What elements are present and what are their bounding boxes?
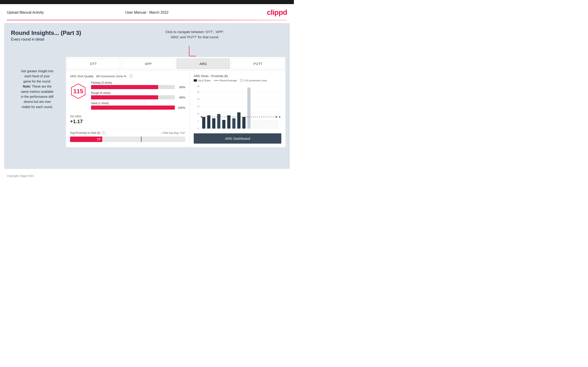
main-panel: OTT APP ARG PUTT ARG Shot Quality 6ft Co… <box>66 57 286 148</box>
sg-section: SG ARG +1.17 <box>70 115 185 125</box>
legend-box-dark <box>194 79 197 82</box>
svg-text:0: 0 <box>198 127 199 129</box>
page-subtitle: Every round in detail <box>11 37 283 42</box>
bar-4 <box>217 114 220 129</box>
hatched-zone <box>251 120 278 129</box>
svg-text:10: 10 <box>197 113 199 115</box>
legend-round-avg-label: Round Average <box>220 79 237 82</box>
hex-value: 115 <box>70 83 86 99</box>
avg-diamond-right <box>275 116 277 118</box>
legend-up-down-label: Up & Down <box>198 79 211 82</box>
rough-bar-fill <box>91 95 158 99</box>
pga-avg-label: ↑ PGA Tour Avg: 7'10" <box>161 132 185 134</box>
bar-7 <box>232 118 235 129</box>
sand-label: Sand (1 shots) <box>91 102 185 105</box>
footer: Copyright Clippd 2021 <box>0 172 294 180</box>
top-bar <box>0 0 294 4</box>
avg-diamond-left <box>200 116 202 118</box>
sg-label: SG ARG <box>70 115 185 118</box>
proximity-section: Avg Proximity to Hole (ft) ? ↑ PGA Tour … <box>70 128 185 142</box>
svg-text:8: 8 <box>279 116 280 118</box>
shot-bars: Fairway (5 shots) 80% Rough (5 shots) <box>91 81 185 112</box>
left-description: Get greater insight into each facet of y… <box>11 69 63 109</box>
bar-9 <box>242 117 245 129</box>
note-label: Note: <box>23 84 31 88</box>
tab-putt[interactable]: PUTT <box>232 58 285 69</box>
tab-row: OTT APP ARG PUTT <box>66 57 285 71</box>
shot-quality-label: ARG Shot Quality <box>70 75 94 78</box>
bar-3 <box>212 118 215 129</box>
proximity-help-icon[interactable]: ? <box>102 131 105 135</box>
proximity-header: Avg Proximity to Hole (ft) ? ↑ PGA Tour … <box>70 131 185 135</box>
rough-bar-track <box>91 95 175 99</box>
svg-text:25: 25 <box>197 91 199 93</box>
chart-svg: 0 5 10 15 20 25 30 <box>194 84 281 130</box>
sand-bar-track <box>91 106 175 110</box>
header: Upload Manual Activity User Manual - Mar… <box>0 4 294 20</box>
legend-dashed-line <box>214 80 219 81</box>
bar-8 <box>237 112 241 129</box>
tab-app[interactable]: APP <box>122 58 175 69</box>
shot-row-rough: Rough (5 shots) 80% <box>91 92 185 99</box>
sg-value: +1.17 <box>70 118 185 125</box>
legend-conversion-label: 6 ft conversion zone <box>244 79 267 82</box>
bar-10 <box>247 88 251 129</box>
page-breadcrumb: User Manual - March 2022 <box>125 10 168 15</box>
fairway-bar-fill <box>91 85 158 89</box>
fairway-bar-track <box>91 85 175 89</box>
proximity-bar-fill: 77' <box>70 137 102 142</box>
svg-text:20: 20 <box>197 98 199 100</box>
header-divider <box>7 20 287 20</box>
rough-pct: 80% <box>177 96 185 99</box>
bar-5 <box>222 120 225 129</box>
arg-dashboard-button[interactable]: ARG Dashboard <box>194 133 281 144</box>
svg-text:15: 15 <box>197 105 199 108</box>
svg-text:5: 5 <box>198 120 199 122</box>
left-panel: ARG Shot Quality 6ft Conversion Zone % ?… <box>66 71 190 147</box>
sand-bar-fill <box>91 106 175 110</box>
help-icon[interactable]: ? <box>129 74 133 78</box>
panel-body: ARG Shot Quality 6ft Conversion Zone % ?… <box>66 71 285 147</box>
clippd-logo: clippd <box>267 8 287 17</box>
upload-manual-link[interactable]: Upload Manual Activity <box>7 10 44 15</box>
page-title: Round Insights... (Part 3) <box>11 29 283 36</box>
fairway-pct: 80% <box>177 85 185 89</box>
hex-container: 115 Fairway (5 shots) 80% <box>70 81 185 112</box>
tab-arg[interactable]: ARG <box>177 58 230 69</box>
rough-label: Rough (5 shots) <box>91 92 185 95</box>
right-panel: ARG Shots - Proximity (ft) Up & Down Rou… <box>190 71 285 147</box>
svg-text:30: 30 <box>197 85 199 87</box>
legend-hatched-box <box>240 79 243 82</box>
fairway-label: Fairway (5 shots) <box>91 81 185 84</box>
bar-1 <box>202 117 205 129</box>
tab-ott[interactable]: OTT <box>67 58 120 69</box>
bar-2 <box>207 115 210 129</box>
chart-header: ARG Shots - Proximity (ft) Up & Down Rou… <box>194 74 281 82</box>
hexagon-score: 115 <box>70 83 86 99</box>
shot-quality-header: ARG Shot Quality 6ft Conversion Zone % ? <box>70 74 185 78</box>
bar-chart: 0 5 10 15 20 25 30 <box>194 84 281 131</box>
legend-round-avg: Round Average <box>214 79 237 82</box>
sand-pct: 100% <box>177 106 185 109</box>
copyright-text: Copyright Clippd 2021 <box>7 174 34 178</box>
main-content: Round Insights... (Part 3) Every round i… <box>4 23 290 169</box>
bar-6 <box>227 115 230 129</box>
proximity-bar-track: 77' <box>70 137 185 142</box>
chart-title: ARG Shots - Proximity (ft) <box>194 74 228 78</box>
proximity-cursor <box>141 137 141 142</box>
nav-hint: Click to navigate between 'OTT', 'APP', … <box>165 29 224 40</box>
legend-up-down: Up & Down <box>194 79 211 82</box>
shot-row-fairway: Fairway (5 shots) 80% <box>91 81 185 89</box>
conversion-label: 6ft Conversion Zone % <box>96 75 126 78</box>
legend-items: Up & Down Round Average 6 ft conversion … <box>194 79 267 82</box>
proximity-label: Avg Proximity to Hole (ft) <box>70 131 100 134</box>
legend-conversion-zone: 6 ft conversion zone <box>240 79 267 82</box>
shot-row-sand: Sand (1 shots) 100% <box>91 102 185 110</box>
